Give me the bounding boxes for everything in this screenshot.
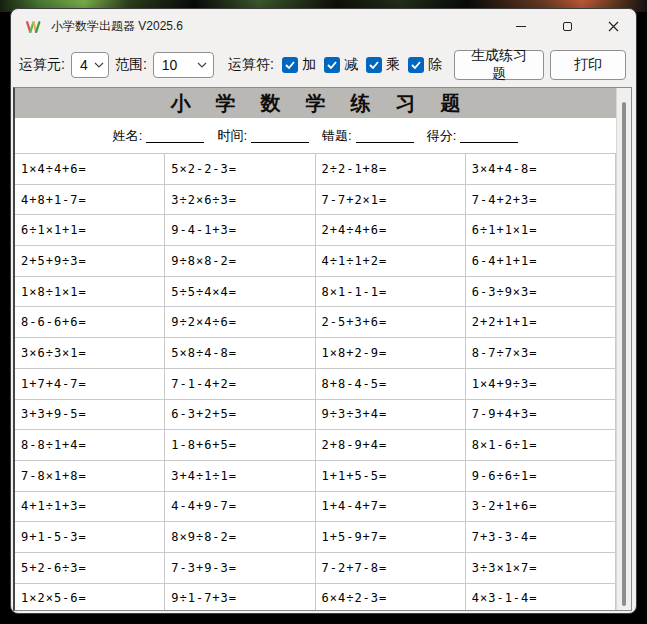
problems-grid: 1×4÷4+6=5×2-2-3=2÷2-1+8=3×4+4-8=4+8+1-7=… <box>15 153 616 610</box>
problem-cell: 1×4÷4+6= <box>15 154 165 185</box>
problem-cell: 1×8÷1×1= <box>15 277 165 308</box>
problem-cell: 4-4+9-7= <box>165 492 315 523</box>
operator-option: 除 <box>408 56 442 74</box>
problem-cell: 9÷3÷3+4= <box>316 400 466 431</box>
minimize-icon <box>516 26 526 27</box>
operator-checkbox[interactable] <box>366 57 382 73</box>
problem-cell: 9-6÷6÷1= <box>466 461 616 492</box>
operator-checkbox[interactable] <box>408 57 424 73</box>
operator-option: 乘 <box>366 56 400 74</box>
chevron-down-icon <box>197 62 207 68</box>
problem-cell: 5÷5÷4×4= <box>165 277 315 308</box>
range-select[interactable]: 10 <box>153 52 214 78</box>
problem-cell: 9÷2×4÷6= <box>165 307 315 338</box>
header-field: 得分: <box>427 129 519 143</box>
problem-cell: 9÷8×8-2= <box>165 246 315 277</box>
operator-option-label: 除 <box>428 56 442 74</box>
problem-cell: 4+8+1-7= <box>15 185 165 216</box>
generate-button[interactable]: 生成练习题 <box>454 50 544 80</box>
check-icon <box>285 61 295 69</box>
problem-cell: 2+2+1+1= <box>466 307 616 338</box>
problem-cell: 7-8×1+8= <box>15 461 165 492</box>
toolbar: 运算元: 4 范围: 10 运算符: 加减乘除 生成练习题 打印 <box>11 43 636 87</box>
problem-cell: 2+4÷4+6= <box>316 215 466 246</box>
problem-cell: 9+1-5-3= <box>15 522 165 553</box>
close-button[interactable] <box>590 9 636 43</box>
operator-option-label: 加 <box>302 56 316 74</box>
operand-value: 4 <box>80 57 88 73</box>
close-icon <box>608 21 619 32</box>
problem-cell: 3÷3×1×7= <box>466 553 616 584</box>
problem-cell: 7-1-4+2= <box>165 369 315 400</box>
operator-option-label: 减 <box>344 56 358 74</box>
problem-cell: 1+1+5-5= <box>316 461 466 492</box>
operator-checkbox[interactable] <box>324 57 340 73</box>
document-view: 小 学 数 学 练 习 题 姓名:时间:错题:得分: 1×4÷4+6=5×2-2… <box>13 87 632 611</box>
problem-cell: 3÷2×6÷3= <box>165 185 315 216</box>
problem-cell: 7-9+4+3= <box>466 400 616 431</box>
app-logo-icon <box>25 18 42 35</box>
problem-cell: 6-3+2+5= <box>165 400 315 431</box>
chevron-down-icon <box>94 62 104 68</box>
blank-line <box>146 130 204 143</box>
header-field-label: 得分: <box>427 129 457 143</box>
problem-cell: 6÷1×1+1= <box>15 215 165 246</box>
maximize-icon <box>563 22 572 31</box>
operator-checkbox[interactable] <box>282 57 298 73</box>
problem-cell: 2+8-9+4= <box>316 430 466 461</box>
blank-line <box>460 130 518 143</box>
header-field-label: 时间: <box>217 129 247 143</box>
problem-cell: 6-3÷9×3= <box>466 277 616 308</box>
app-window: 小学数学出题器 V2025.6 运算元: 4 范围: 10 运算符 <box>10 8 637 614</box>
operator-option-label: 乘 <box>386 56 400 74</box>
problem-cell: 8-8÷1+4= <box>15 430 165 461</box>
problem-cell: 5+2-6÷3= <box>15 553 165 584</box>
operator-option: 减 <box>324 56 358 74</box>
problem-cell: 3+4÷1÷1= <box>165 461 315 492</box>
problem-cell: 2÷2-1+8= <box>316 154 466 185</box>
problem-cell: 8×1-1-1= <box>316 277 466 308</box>
problem-cell: 1+4-4+7= <box>316 492 466 523</box>
header-field: 时间: <box>217 129 322 143</box>
maximize-button[interactable] <box>544 9 590 43</box>
worksheet: 小 学 数 学 练 习 题 姓名:时间:错题:得分: 1×4÷4+6=5×2-2… <box>15 88 616 610</box>
problem-cell: 8-6-6+6= <box>15 307 165 338</box>
minimize-button[interactable] <box>498 9 544 43</box>
range-value: 10 <box>162 57 178 73</box>
problem-cell: 1-8+6+5= <box>165 430 315 461</box>
problem-cell: 7-3+9-3= <box>165 553 315 584</box>
problem-cell: 1×4+9÷3= <box>466 369 616 400</box>
blank-line <box>356 130 414 143</box>
header-field: 错题: <box>322 129 427 143</box>
scrollbar-thumb[interactable] <box>622 102 626 606</box>
problem-cell: 3×6÷3×1= <box>15 338 165 369</box>
problem-cell: 8×1-6÷1= <box>466 430 616 461</box>
problem-cell: 6-4+1+1= <box>466 246 616 277</box>
operand-select[interactable]: 4 <box>71 52 109 78</box>
problem-cell: 9-4-1+3= <box>165 215 315 246</box>
problem-cell: 5×8÷4-8= <box>165 338 315 369</box>
problem-cell: 7-2+7-8= <box>316 553 466 584</box>
header-field: 姓名: <box>113 129 218 143</box>
operators-group: 加减乘除 <box>282 56 442 74</box>
problem-cell: 8+8-4-5= <box>316 369 466 400</box>
check-icon <box>411 61 421 69</box>
check-icon <box>369 61 379 69</box>
print-button[interactable]: 打印 <box>550 50 626 80</box>
name-line: 姓名:时间:错题:得分: <box>15 118 616 153</box>
problem-cell: 4×3-1-4= <box>466 584 616 610</box>
window-title: 小学数学出题器 V2025.6 <box>51 18 183 35</box>
worksheet-title: 小 学 数 学 练 习 题 <box>161 90 471 117</box>
problem-cell: 3×4+4-8= <box>466 154 616 185</box>
operators-label: 运算符: <box>228 56 274 74</box>
worksheet-title-band: 小 学 数 学 练 习 题 <box>15 88 616 118</box>
caption-buttons <box>498 9 636 43</box>
problem-cell: 4+1÷1+3= <box>15 492 165 523</box>
title-bar: 小学数学出题器 V2025.6 <box>11 9 636 43</box>
problem-cell: 7-4+2+3= <box>466 185 616 216</box>
problem-cell: 8×9÷8-2= <box>165 522 315 553</box>
problem-cell: 7+3-3-4= <box>466 522 616 553</box>
problem-cell: 7-7+2×1= <box>316 185 466 216</box>
range-label: 范围: <box>115 56 147 74</box>
vertical-scrollbar[interactable] <box>616 88 631 610</box>
